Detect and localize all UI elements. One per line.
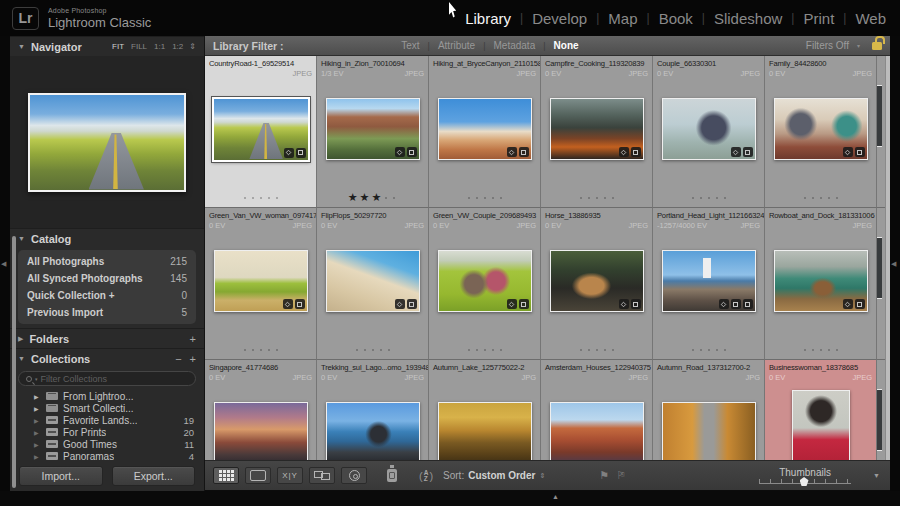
rating-dot-icon[interactable] (492, 197, 494, 199)
zoom-mode-fill[interactable]: FILL (131, 42, 147, 51)
photo-thumbnail[interactable] (774, 250, 868, 312)
thumb-badge-icon[interactable] (519, 299, 529, 309)
rating-dot-icon[interactable] (836, 349, 838, 351)
remove-collection-button[interactable]: − (175, 354, 181, 364)
photo-cell[interactable]: FlipFlops_502977200 EVJPEG (317, 208, 429, 360)
rating-dot-icon[interactable] (500, 197, 502, 199)
photo-cell[interactable]: Couple_663303010 EVJPEG (653, 56, 765, 208)
rating-dot-icon[interactable] (468, 349, 470, 351)
rating-dot-icon[interactable] (476, 349, 478, 351)
pick-flag-icon[interactable]: ⚑ (599, 470, 609, 481)
photo-thumbnail[interactable] (326, 250, 420, 312)
rating-star-icon[interactable]: ★ (348, 192, 358, 203)
rating-dot-icon[interactable] (385, 197, 387, 199)
photo-cell[interactable]: Rowboat_and_Dock_181331006JPEG (765, 208, 877, 360)
rating-dot-icon[interactable] (700, 349, 702, 351)
zoom-mode-1-1[interactable]: 1:1 (154, 42, 165, 51)
photo-cell[interactable]: Hiking_at_BryceCanyon_211015870JPEG (429, 56, 541, 208)
rating-dot-icon[interactable] (364, 349, 366, 351)
rating-dot-icon[interactable] (372, 349, 374, 351)
thumb-badge-icon[interactable] (296, 148, 306, 158)
photo-cell[interactable]: Trekking_sul_Lago...omo_1939483540 EVJPE… (317, 360, 429, 460)
rating-dot-icon[interactable] (380, 349, 382, 351)
rating-dot-icon[interactable] (484, 349, 486, 351)
rating-dot-icon[interactable] (268, 349, 270, 351)
disclosure-triangle-icon[interactable]: ▶ (34, 417, 41, 424)
rating-dot-icon[interactable] (812, 197, 814, 199)
filter-preset[interactable]: Filters Off (806, 40, 849, 51)
thumb-badge-icon[interactable] (731, 147, 741, 157)
photo-thumbnail[interactable] (550, 250, 644, 312)
reject-flag-icon[interactable]: ⚐✕ (616, 470, 626, 481)
filmstrip-reveal-arrow-icon[interactable]: ▲ (552, 493, 559, 500)
left-panel-scrollbar[interactable] (12, 236, 16, 488)
grid-view-button[interactable] (213, 467, 239, 484)
rating-dot-icon[interactable] (580, 349, 582, 351)
module-library[interactable]: Library (465, 10, 511, 27)
rating-dot-icon[interactable] (820, 349, 822, 351)
disclosure-triangle-icon[interactable]: ▶ (34, 453, 41, 460)
photo-cell[interactable]: CountryRoad-1_69529514JPEG (205, 56, 317, 208)
thumbnail-slider[interactable] (759, 479, 851, 484)
people-view-button[interactable] (341, 467, 367, 484)
left-panel-collapse[interactable]: ◀ (0, 36, 10, 491)
thumb-badge-icon[interactable] (631, 299, 641, 309)
photo-thumbnail[interactable] (212, 97, 310, 162)
rating-dot-icon[interactable] (812, 349, 814, 351)
rating-dot-icon[interactable] (244, 197, 246, 199)
zoom-stepper-icon[interactable]: ⇕ (189, 42, 196, 51)
thumb-badge-icon[interactable] (507, 147, 517, 157)
collection-item[interactable]: ▶From Lightroo... (10, 390, 204, 402)
photo-cell[interactable]: Singapore_417746860 EVJPEG (205, 360, 317, 460)
catalog-item[interactable]: Previous Import5 (18, 304, 196, 321)
rating-star-icon[interactable]: ★ (371, 192, 381, 203)
add-folder-button[interactable]: + (190, 334, 196, 344)
disclosure-triangle-icon[interactable]: ▶ (34, 429, 41, 436)
photo-cell[interactable]: Portland_Head_Light_112166324-1257/4000 … (653, 208, 765, 360)
rating-dot-icon[interactable] (276, 349, 278, 351)
zoom-mode-fit[interactable]: FIT (112, 42, 124, 51)
filter-option-metadata[interactable]: Metadata (494, 40, 536, 51)
module-slideshow[interactable]: Slideshow (714, 10, 782, 27)
module-print[interactable]: Print (803, 10, 834, 27)
navigator-preview[interactable] (10, 56, 204, 228)
right-panel-reveal[interactable]: ◀ (890, 36, 900, 491)
photo-cell[interactable]: Family_844286000 EVJPEG (765, 56, 877, 208)
filter-option-text[interactable]: Text (401, 40, 419, 51)
rating-dot-icon[interactable] (260, 349, 262, 351)
rating-dot-icon[interactable] (708, 197, 710, 199)
painter-tool-icon[interactable] (387, 469, 397, 482)
rating-dot-icon[interactable] (492, 349, 494, 351)
module-develop[interactable]: Develop (532, 10, 587, 27)
thumb-badge-icon[interactable] (295, 299, 305, 309)
filter-lock-icon[interactable] (872, 42, 882, 50)
survey-view-button[interactable] (309, 467, 335, 484)
loupe-view-button[interactable] (245, 467, 271, 484)
thumb-badge-icon[interactable] (395, 147, 405, 157)
thumbnail-slider-handle[interactable] (800, 477, 809, 486)
rating-star-icon[interactable]: ★ (360, 192, 370, 203)
photo-thumbnail[interactable] (550, 98, 644, 160)
rating-dot-icon[interactable] (260, 197, 262, 199)
rating-dot-icon[interactable] (356, 349, 358, 351)
photo-thumbnail[interactable] (438, 250, 532, 312)
rating-dot-icon[interactable] (588, 197, 590, 199)
rating-dot-icon[interactable] (692, 349, 694, 351)
add-collection-button[interactable]: + (190, 354, 196, 364)
rating-dot-icon[interactable] (476, 197, 478, 199)
rating-dot-icon[interactable] (596, 197, 598, 199)
rating-dot-icon[interactable] (588, 349, 590, 351)
thumb-badge-icon[interactable] (519, 147, 529, 157)
filter-preset-caret-icon[interactable]: ▾ (857, 42, 860, 49)
export-button[interactable]: Export... (112, 466, 196, 486)
thumb-badge-icon[interactable] (395, 299, 405, 309)
photo-thumbnail[interactable] (438, 402, 532, 460)
rating-dot-icon[interactable] (252, 349, 254, 351)
disclosure-triangle-icon[interactable]: ▶ (34, 393, 41, 400)
compare-view-button[interactable]: X|Y (277, 467, 303, 484)
navigator-header[interactable]: ▼ Navigator FITFILL1:11:2 ⇕ (10, 36, 204, 56)
rating-dot-icon[interactable] (468, 197, 470, 199)
rating-dot-icon[interactable] (700, 197, 702, 199)
catalog-item[interactable]: All Photographs215 (18, 253, 196, 270)
collection-item[interactable]: ▶For Prints20 (10, 426, 204, 438)
